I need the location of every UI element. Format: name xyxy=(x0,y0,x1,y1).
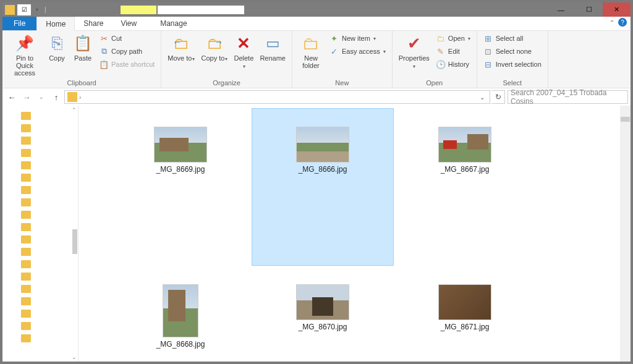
tree-folder-item[interactable] xyxy=(2,134,78,146)
file-list[interactable]: _MG_8669.jpg_MG_8666.jpg_MG_8667.jpg_MG_… xyxy=(79,106,631,362)
copy-to-button[interactable]: 🗀 Copy to▾ xyxy=(198,32,230,64)
rename-button[interactable]: ▭ Rename xyxy=(257,32,288,63)
tree-scroll-down[interactable]: ⌄ xyxy=(72,354,77,360)
tree-scroll-up[interactable]: ⌃ xyxy=(72,107,77,113)
explorer-window: ☑ ▾ | — ☐ ✕ File Home Share View Manage … xyxy=(2,2,631,362)
select-all-button[interactable]: ⊞ Select all xyxy=(481,32,544,44)
rename-icon: ▭ xyxy=(263,33,283,53)
nav-pane[interactable]: ⌃ ⌄ xyxy=(2,106,79,362)
content-scrollbar-thumb[interactable] xyxy=(621,117,630,122)
select-none-button[interactable]: ⊡ Select none xyxy=(481,45,544,57)
tree-folder-item[interactable] xyxy=(2,320,78,332)
tree-folder-item[interactable] xyxy=(2,307,78,320)
move-to-icon: 🗀 xyxy=(171,33,191,53)
invert-selection-button[interactable]: ⊟ Invert selection xyxy=(481,58,544,70)
tree-folder-item[interactable] xyxy=(2,146,78,159)
file-item[interactable]: _MG_8670.jpg xyxy=(252,266,394,362)
new-item-button[interactable]: ✦ New item ▾ xyxy=(327,32,388,44)
file-item[interactable]: _MG_8666.jpg xyxy=(252,108,394,266)
paste-button[interactable]: 📋 Paste xyxy=(70,32,95,63)
tree-scrollbar-thumb[interactable] xyxy=(72,229,77,254)
tree-folder-item[interactable] xyxy=(2,270,78,282)
titlebar-title xyxy=(121,6,547,14)
new-group-label: New xyxy=(296,79,388,88)
open-icon: 🗀 xyxy=(436,33,446,43)
thumbnail xyxy=(438,127,491,163)
tree-folder-item[interactable] xyxy=(2,159,78,171)
minimize-button[interactable]: — xyxy=(547,2,575,17)
properties-label: Properties▾ xyxy=(399,54,430,70)
easy-access-label: Easy access xyxy=(342,48,380,55)
edit-button[interactable]: ✎ Edit xyxy=(433,45,473,57)
history-button[interactable]: 🕒 History xyxy=(433,58,473,70)
tree-folder-item[interactable] xyxy=(2,245,78,258)
cut-button[interactable]: ✂ Cut xyxy=(96,32,157,44)
copy-button[interactable]: ⎘ Copy xyxy=(45,32,69,63)
tree-folder-item[interactable] xyxy=(2,332,78,344)
nav-recent-button[interactable]: ⌄ xyxy=(35,90,48,104)
tab-home[interactable]: Home xyxy=(36,17,75,31)
body: ⌃ ⌄ _MG_8669.jpg_MG_8666.jpg_MG_8667.jpg… xyxy=(2,106,631,362)
tree-folder-item[interactable] xyxy=(2,208,78,221)
qat-properties-icon[interactable]: ☑ xyxy=(17,4,31,15)
address-bar[interactable]: › ⌄ xyxy=(64,90,490,104)
navbar: ← → ⌄ ↑ › ⌄ ↻ Search 2007_04_15 Trobada … xyxy=(2,88,631,106)
tree-folder-item[interactable] xyxy=(2,295,78,307)
copy-path-icon: ⧉ xyxy=(99,46,109,56)
ribbon-tabs: File Home Share View Manage ⌃ ? xyxy=(2,17,631,31)
file-name: _MG_8670.jpg xyxy=(299,323,347,331)
nav-forward-button[interactable]: → xyxy=(20,90,33,104)
delete-button[interactable]: ✕ Delete▾ xyxy=(231,32,256,71)
file-item[interactable]: _MG_8669.jpg xyxy=(109,108,252,266)
folder-icon xyxy=(21,322,31,330)
new-folder-button[interactable]: 🗀 New folder xyxy=(296,32,326,70)
tree-folder-item[interactable] xyxy=(2,122,78,134)
address-history-dropdown[interactable]: ⌄ xyxy=(477,94,487,101)
tree-folder-item[interactable] xyxy=(2,258,78,270)
properties-button[interactable]: ✔ Properties▾ xyxy=(396,32,432,71)
file-item[interactable]: _MG_8671.jpg xyxy=(394,266,536,362)
pin-to-quick-access-button[interactable]: 📌 Pin to Quick access xyxy=(6,32,43,78)
file-item[interactable]: _MG_8667.jpg xyxy=(394,108,536,266)
folder-icon xyxy=(21,137,31,145)
tree-folder-item[interactable] xyxy=(2,221,78,233)
nav-back-button[interactable]: ← xyxy=(5,90,19,104)
file-item[interactable]: _MG_8668.jpg xyxy=(109,266,252,362)
tree-folder-item[interactable] xyxy=(2,171,78,184)
help-icon[interactable]: ? xyxy=(618,18,627,27)
folder-icon xyxy=(21,112,31,120)
open-button[interactable]: 🗀 Open ▾ xyxy=(433,32,473,44)
tab-share[interactable]: Share xyxy=(75,17,112,30)
tab-file[interactable]: File xyxy=(2,17,36,30)
tree-folder-item[interactable] xyxy=(2,184,78,196)
search-input[interactable]: Search 2007_04_15 Trobada Cosins xyxy=(508,90,628,104)
ribbon-group-select: ⊞ Select all ⊡ Select none ⊟ Invert sele… xyxy=(477,31,548,88)
tab-view[interactable]: View xyxy=(112,17,145,30)
tree-folder-item[interactable] xyxy=(2,282,78,295)
close-button[interactable]: ✕ xyxy=(603,2,631,17)
nav-up-button[interactable]: ↑ xyxy=(49,90,63,104)
tree-folder-item[interactable] xyxy=(2,109,78,122)
copy-path-button[interactable]: ⧉ Copy path xyxy=(96,45,157,57)
title-highlight xyxy=(121,6,156,14)
title-white xyxy=(158,6,244,14)
ribbon-group-organize: 🗀 Move to▾ 🗀 Copy to▾ ✕ Delete▾ ▭ Rename… xyxy=(161,31,292,88)
easy-access-button[interactable]: ✓ Easy access ▾ xyxy=(327,45,388,57)
titlebar: ☑ ▾ | — ☐ ✕ xyxy=(2,2,631,17)
move-to-button[interactable]: 🗀 Move to▾ xyxy=(165,32,197,64)
content-scrollbar[interactable] xyxy=(620,106,631,362)
refresh-button[interactable]: ↻ xyxy=(491,90,505,104)
tab-manage[interactable]: Manage xyxy=(151,17,195,30)
qat-customize-icon[interactable]: ▾ xyxy=(33,7,41,12)
tree-folder-item[interactable] xyxy=(2,233,78,245)
chevron-down-icon: ▾ xyxy=(373,36,376,41)
paste-shortcut-button[interactable]: 📋 Paste shortcut xyxy=(96,58,157,70)
open-label: Open xyxy=(448,35,465,42)
organize-group-label: Organize xyxy=(165,79,288,88)
collapse-ribbon-icon[interactable]: ⌃ xyxy=(610,19,614,26)
maximize-button[interactable]: ☐ xyxy=(575,2,603,17)
breadcrumb-separator[interactable]: › xyxy=(79,94,81,101)
tree-folder-item[interactable] xyxy=(2,196,78,208)
folder-icon xyxy=(21,198,31,206)
edit-label: Edit xyxy=(448,48,460,55)
